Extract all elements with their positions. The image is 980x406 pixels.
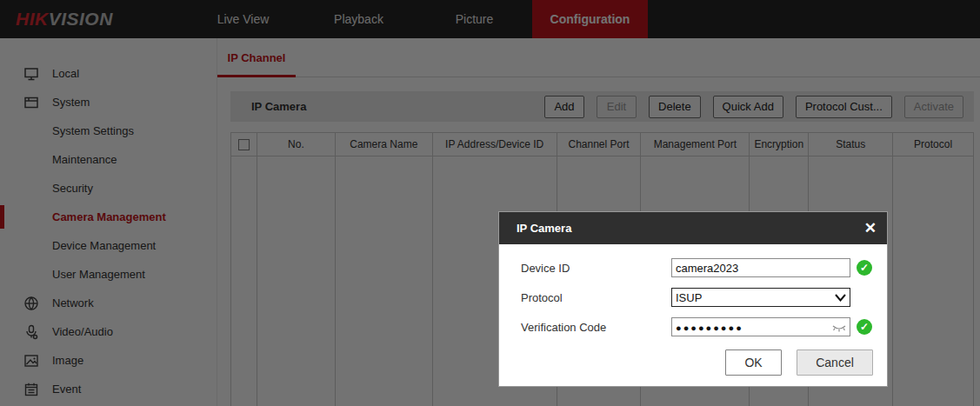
verification-code-row: Verification Code ✓ (521, 317, 887, 336)
protocol-row: Protocol ISUP (521, 288, 887, 307)
verification-code-label: Verification Code (521, 321, 671, 334)
protocol-selected-value: ISUP (676, 291, 702, 304)
protocol-select[interactable]: ISUP (671, 288, 850, 307)
valid-check-icon: ✓ (857, 319, 872, 335)
dialog-header: IP Camera ✕ (499, 212, 887, 244)
device-id-field-wrap (671, 258, 850, 277)
device-id-label: Device ID (521, 262, 671, 275)
close-icon[interactable]: ✕ (864, 221, 877, 236)
eye-closed-icon[interactable] (832, 322, 846, 332)
valid-check-icon: ✓ (857, 260, 872, 276)
ip-camera-dialog: IP Camera ✕ Device ID ✓ Protocol ISUP Ve… (498, 211, 888, 387)
dialog-body: Device ID ✓ Protocol ISUP Verification C… (499, 244, 887, 336)
chevron-down-icon (835, 294, 846, 302)
protocol-label: Protocol (521, 291, 671, 304)
ok-button[interactable]: OK (725, 349, 782, 376)
dialog-footer: OK Cancel (725, 349, 873, 376)
device-id-row: Device ID ✓ (521, 258, 887, 277)
cancel-button[interactable]: Cancel (797, 349, 873, 376)
dialog-title: IP Camera (517, 222, 571, 235)
verification-code-field-wrap (671, 317, 850, 336)
verification-code-input[interactable] (671, 317, 850, 336)
device-id-input[interactable] (671, 258, 850, 277)
